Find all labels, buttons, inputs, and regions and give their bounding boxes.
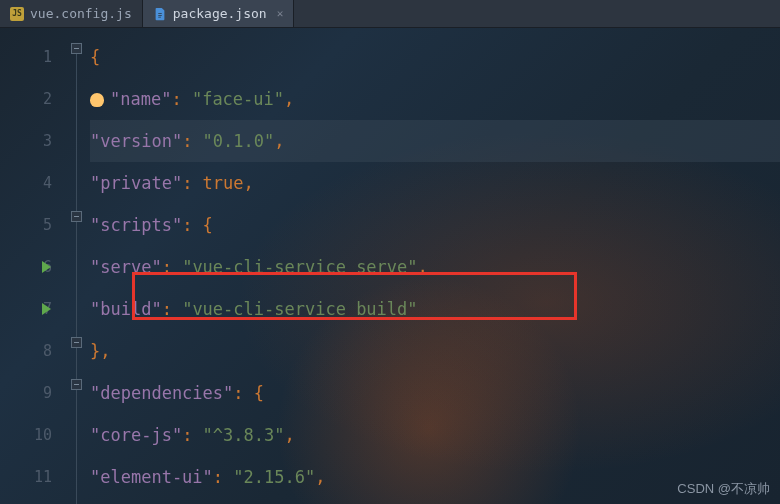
lightbulb-icon[interactable]	[90, 93, 104, 107]
tab-vue-config[interactable]: vue.config.js	[0, 0, 143, 27]
code-line: "core-js": "^3.8.3",	[90, 414, 780, 456]
line-number[interactable]: 6	[0, 246, 66, 288]
fold-marker-icon[interactable]	[71, 211, 82, 222]
watermark: CSDN @不凉帅	[677, 480, 770, 498]
line-gutter: 1 2 3 4 5 6 7 8 9 10 11	[0, 28, 66, 504]
fold-column	[66, 28, 90, 504]
tab-package-json[interactable]: package.json ✕	[143, 0, 295, 27]
line-number[interactable]: 2	[0, 78, 66, 120]
code-line: "scripts": {	[90, 204, 780, 246]
line-number[interactable]: 3	[0, 120, 66, 162]
line-number[interactable]: 5	[0, 204, 66, 246]
js-file-icon	[10, 7, 24, 21]
line-number[interactable]: 8	[0, 330, 66, 372]
line-number[interactable]: 4	[0, 162, 66, 204]
fold-marker-icon[interactable]	[71, 379, 82, 390]
code-line: "name": "face-ui",	[90, 78, 780, 120]
line-number[interactable]: 10	[0, 414, 66, 456]
line-number[interactable]: 9	[0, 372, 66, 414]
code-line: "version": "0.1.0",	[90, 120, 780, 162]
code-line: "dependencies": {	[90, 372, 780, 414]
fold-guide	[76, 46, 77, 504]
code-area[interactable]: { "name": "face-ui", "version": "0.1.0",…	[90, 28, 780, 504]
code-line: {	[90, 36, 780, 78]
code-line: "serve": "vue-cli-service serve",	[90, 246, 780, 288]
line-number[interactable]: 11	[0, 456, 66, 498]
fold-marker-icon[interactable]	[71, 337, 82, 348]
json-file-icon	[153, 7, 167, 21]
tab-bar: vue.config.js package.json ✕	[0, 0, 780, 28]
code-line: },	[90, 330, 780, 372]
tab-label: vue.config.js	[30, 6, 132, 21]
tab-label: package.json	[173, 6, 267, 21]
line-number[interactable]: 7	[0, 288, 66, 330]
code-line: "build": "vue-cli-service build"	[90, 288, 780, 330]
code-line: "private": true,	[90, 162, 780, 204]
editor: 1 2 3 4 5 6 7 8 9 10 11 { "name": "face-…	[0, 28, 780, 504]
run-icon[interactable]	[42, 303, 51, 315]
close-icon[interactable]: ✕	[277, 7, 284, 20]
fold-marker-icon[interactable]	[71, 43, 82, 54]
run-icon[interactable]	[42, 261, 51, 273]
line-number[interactable]: 1	[0, 36, 66, 78]
